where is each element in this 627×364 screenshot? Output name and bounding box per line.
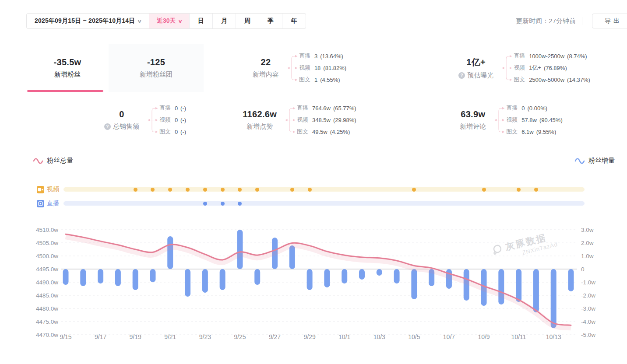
bd-val: 1000w-2500w: [529, 53, 564, 60]
fans-delta-bar[interactable]: [324, 269, 330, 287]
bd-val: 1: [314, 77, 317, 83]
stat-card-total-sales[interactable]: 0 ? 总销售额 直播0(-)视频0(-)图文0(-): [26, 98, 204, 142]
stat-card-new-fans[interactable]: -35.5w 新增粉丝: [26, 44, 109, 92]
stat-card-new-fanclub[interactable]: -125 新增粉丝团: [109, 44, 204, 92]
right-axis-tick: 0: [581, 266, 585, 273]
bd-val: 0: [521, 105, 525, 112]
fans-delta-bar[interactable]: [133, 269, 138, 290]
legend-fans-delta[interactable]: 粉丝增量: [574, 157, 615, 165]
bd-val: 0: [175, 129, 178, 135]
live-timeline-track[interactable]: [63, 201, 585, 206]
help-icon[interactable]: ?: [458, 72, 465, 79]
breakdown-row: 视频0(-): [159, 114, 186, 126]
fans-delta-bar[interactable]: [202, 269, 208, 293]
help-icon[interactable]: ?: [104, 123, 111, 130]
fans-trend-chart[interactable]: 4510.0w3.0w4505.0w2.0w4500.0w1.0w4495.0w…: [0, 220, 627, 355]
breakdown-bracket-icon: [285, 102, 297, 138]
live-icon: [37, 200, 44, 207]
bd-label: 直播: [297, 104, 308, 112]
fans-delta-bar[interactable]: [167, 236, 173, 269]
period-tab-日[interactable]: 日: [190, 14, 213, 28]
fans-delta-bar[interactable]: [516, 269, 521, 302]
right-axis-tick: -3.0w: [581, 305, 595, 312]
fans-delta-bar[interactable]: [568, 269, 574, 291]
chevron-down-icon: ∨: [137, 19, 142, 24]
x-axis-tick: 9/27: [269, 333, 281, 340]
period-tab-季[interactable]: 季: [259, 14, 282, 28]
fans-delta-bar[interactable]: [220, 269, 225, 290]
quick-range-30d-tab[interactable]: 近30天 ∨: [149, 14, 190, 28]
fans-total-line-glow: [66, 236, 571, 327]
fans-delta-bar[interactable]: [411, 269, 417, 299]
video-day-dot[interactable]: [534, 188, 538, 192]
chevron-down-icon: ∨: [178, 19, 182, 24]
breakdown-rows: 直播1000w-2500w(8.74%)视频1亿+(76.89%)图文2500w…: [514, 50, 590, 86]
stat-breakdown: 直播3(13.64%)视频18(81.82%)图文1(4.55%): [287, 50, 346, 86]
fans-delta-bar[interactable]: [80, 269, 86, 286]
video-day-dot[interactable]: [186, 188, 190, 192]
video-day-dot[interactable]: [168, 188, 172, 192]
video-day-dot[interactable]: [151, 188, 155, 192]
fans-delta-bar[interactable]: [185, 269, 190, 297]
video-day-dot[interactable]: [290, 188, 294, 192]
bd-label: 直播: [299, 52, 310, 60]
stat-card-estimated-exposure[interactable]: 1亿+ ? 预估曝光 直播1000w-2500w(8.74%)视频1亿+(76.…: [418, 44, 627, 92]
period-tab-月[interactable]: 月: [213, 14, 236, 28]
fans-delta-bar[interactable]: [98, 269, 103, 284]
date-range-picker[interactable]: 2025年09月15日 ~ 2025年10月14日 ∨: [27, 14, 149, 28]
fans-delta-bar[interactable]: [533, 269, 539, 312]
fans-delta-bar[interactable]: [63, 269, 69, 285]
video-day-dot[interactable]: [238, 188, 242, 192]
fans-delta-bar[interactable]: [115, 269, 121, 286]
fans-delta-bar[interactable]: [498, 269, 504, 304]
fans-delta-bar[interactable]: [551, 269, 557, 328]
period-tab-年[interactable]: 年: [282, 14, 306, 28]
legend-fans-total[interactable]: 粉丝总量: [33, 157, 73, 165]
stat-card-new-comments[interactable]: 63.9w 新增评论 直播0(0.00%)视频57.8w(90.45%)图文6.…: [392, 98, 627, 142]
video-day-dot[interactable]: [203, 188, 207, 192]
fans-trend-chart-area: 灰豚数据 ZNXin7azAd 4510.0w3.0w4505.0w2.0w45…: [0, 220, 627, 356]
stat-value-label: 1162.6w 新增点赞: [239, 109, 280, 131]
x-axis-tick: 9/15: [60, 333, 71, 340]
video-day-dot[interactable]: [482, 188, 486, 192]
breakdown-row: 直播0(-): [159, 102, 186, 114]
x-axis-tick: 9/23: [199, 333, 211, 340]
live-day-dot[interactable]: [221, 202, 225, 206]
stats-row-1: -35.5w 新增粉丝 -125 新增粉丝团 22 新增内容 直播3(13.64…: [26, 44, 627, 92]
bd-val: 764.6w: [312, 105, 331, 112]
fans-delta-bar[interactable]: [342, 269, 347, 284]
video-day-dot[interactable]: [255, 188, 259, 192]
live-day-dot[interactable]: [238, 202, 242, 206]
breakdown-row: 直播3(13.64%): [299, 50, 346, 62]
video-day-dot[interactable]: [517, 188, 521, 192]
fans-delta-bar[interactable]: [237, 230, 243, 269]
stat-label: 新增评论: [460, 122, 486, 131]
fans-delta-bar[interactable]: [377, 269, 382, 276]
bd-val: 1亿+: [529, 64, 541, 72]
video-day-dot[interactable]: [221, 188, 225, 192]
stat-breakdown: 直播0(0.00%)视频57.8w(90.45%)图文6.1w(9.55%): [494, 102, 562, 138]
fans-delta-bar[interactable]: [394, 269, 400, 284]
breakdown-row: 图文0(-): [159, 126, 186, 138]
video-day-dot[interactable]: [308, 188, 312, 192]
fans-delta-bar[interactable]: [359, 269, 365, 280]
right-axis-tick: 2.0w: [581, 240, 594, 246]
export-button[interactable]: 导出: [592, 14, 627, 28]
fans-delta-bar[interactable]: [254, 269, 260, 285]
stat-label-text: 总销售额: [113, 122, 139, 131]
live-day-dot[interactable]: [203, 202, 207, 206]
active-tab-underline: [27, 90, 103, 92]
video-day-dot[interactable]: [412, 188, 416, 192]
period-tab-周[interactable]: 周: [236, 14, 259, 28]
fans-delta-bar[interactable]: [289, 245, 295, 269]
bd-pct: (76.89%): [544, 65, 567, 71]
stat-card-new-likes[interactable]: 1162.6w 新增点赞 直播764.6w(65.77%)视频348.5w(29…: [204, 98, 392, 142]
legend-label: 粉丝增量: [588, 157, 615, 165]
fans-delta-bar[interactable]: [307, 269, 313, 290]
fans-delta-bar[interactable]: [150, 269, 155, 282]
video-timeline-track[interactable]: [63, 187, 585, 192]
blue-wave-icon: [574, 158, 585, 164]
video-day-dot[interactable]: [134, 188, 137, 192]
stat-card-new-content[interactable]: 22 新增内容 直播3(13.64%)视频18(81.82%)图文1(4.55%…: [204, 44, 392, 92]
left-axis-tick: 4505.0w: [36, 240, 58, 246]
